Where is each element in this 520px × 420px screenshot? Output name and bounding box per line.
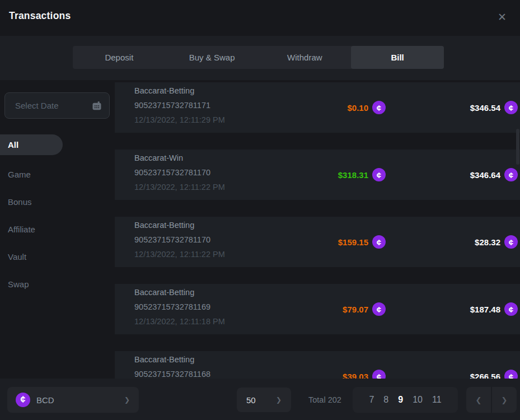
footer-bar: ¢ BCD ❯ 50 ❯ Total 202 7 8 9 10 11 ❮ ❯	[0, 379, 520, 420]
bcd-coin-icon: ¢	[504, 370, 518, 379]
chevron-left-icon: ❮	[476, 396, 482, 404]
tabs-band: Deposit Buy & Swap Withdraw Bill	[0, 36, 520, 80]
currency-label: BCD	[36, 395, 124, 405]
page-button-7[interactable]: 7	[369, 395, 374, 405]
chevron-right-icon: ❯	[502, 396, 508, 404]
page-size-selector[interactable]: 50 ❯	[237, 388, 291, 412]
bcd-coin-icon: ¢	[372, 370, 386, 379]
page-size-value: 50	[246, 395, 256, 405]
transaction-name: Baccarat-Betting	[134, 288, 194, 297]
table-row[interactable]: Baccarat-Betting 90523715732781169 12/13…	[115, 284, 520, 334]
pagination-nav: ❮ ❯	[466, 387, 517, 413]
page-button-8[interactable]: 8	[383, 395, 388, 405]
transaction-name: Baccarat-Betting	[134, 355, 194, 364]
transaction-id: 90523715732781168	[134, 370, 210, 379]
bcd-coin-icon: ¢	[372, 235, 386, 249]
currency-selector[interactable]: ¢ BCD ❯	[7, 387, 139, 413]
transaction-balance: $346.54 ¢	[470, 101, 518, 114]
scrollbar-thumb[interactable]	[516, 129, 519, 165]
transaction-amount: $159.15 ¢	[338, 235, 386, 249]
bcd-coin-icon: ¢	[16, 393, 30, 407]
table-row[interactable]: Baccarat-Betting 90523715732781170 12/13…	[115, 217, 520, 267]
transaction-balance: $28.32 ¢	[475, 235, 518, 249]
table-row[interactable]: Baccarat-Betting 90523715732781171 12/13…	[115, 82, 520, 133]
bcd-coin-icon: ¢	[504, 168, 518, 181]
page-button-11[interactable]: 11	[432, 395, 442, 405]
transaction-date: 12/13/2022, 12:11:22 PM	[134, 183, 225, 192]
transaction-amount: $318.31 ¢	[338, 168, 386, 181]
pagination: 7 8 9 10 11	[353, 387, 458, 413]
transaction-amount: $79.07 ¢	[343, 302, 386, 316]
table-row[interactable]: Baccarat-Betting 90523715732781168 $39.0…	[115, 351, 520, 379]
prev-page-button[interactable]: ❮	[466, 387, 491, 413]
tab-buy-swap[interactable]: Buy & Swap	[166, 46, 259, 69]
transaction-date: 12/13/2022, 12:11:18 PM	[134, 317, 225, 326]
total-count-label: Total 202	[308, 387, 341, 413]
tab-withdraw[interactable]: Withdraw	[259, 46, 352, 69]
next-page-button[interactable]: ❯	[492, 387, 517, 413]
transaction-balance: $266.56 ¢	[470, 370, 518, 379]
transaction-date: 12/13/2022, 12:11:22 PM	[134, 250, 225, 259]
transaction-id: 90523715732781170	[134, 235, 210, 244]
transaction-name: Baccarat-Betting	[134, 86, 194, 95]
bcd-coin-icon: ¢	[372, 101, 386, 114]
table-row[interactable]: Baccarat-Win 90523715732781170 12/13/202…	[115, 150, 520, 200]
transaction-name: Baccarat-Win	[134, 153, 183, 162]
bcd-coin-icon: ¢	[504, 101, 518, 114]
transaction-date: 12/13/2022, 12:11:29 PM	[134, 115, 225, 124]
transaction-amount: $0.10 ¢	[347, 101, 386, 114]
chevron-right-icon: ❯	[276, 396, 282, 404]
close-icon[interactable]: ✕	[494, 8, 510, 25]
page-button-10[interactable]: 10	[413, 395, 423, 405]
bcd-coin-icon: ¢	[372, 168, 386, 181]
transaction-list: Baccarat-Betting 90523715732781171 12/13…	[0, 80, 520, 379]
bcd-coin-icon: ¢	[504, 235, 518, 249]
page-title: Transactions	[9, 10, 71, 22]
chevron-right-icon: ❯	[124, 396, 130, 404]
tab-deposit[interactable]: Deposit	[73, 46, 166, 69]
transaction-balance: $346.64 ¢	[470, 168, 518, 181]
tab-bill[interactable]: Bill	[351, 46, 444, 69]
bcd-coin-icon: ¢	[372, 302, 386, 316]
transaction-id: 90523715732781171	[134, 101, 210, 110]
transaction-name: Baccarat-Betting	[134, 221, 194, 230]
page-button-9[interactable]: 9	[398, 395, 403, 405]
transaction-id: 90523715732781169	[134, 302, 210, 311]
transaction-amount: $39.03 ¢	[343, 370, 386, 379]
bcd-coin-icon: ¢	[504, 302, 518, 316]
transaction-balance: $187.48 ¢	[470, 302, 518, 316]
transaction-id: 90523715732781170	[134, 168, 210, 177]
tabs-strip: Deposit Buy & Swap Withdraw Bill	[73, 46, 444, 69]
modal-header	[0, 0, 520, 36]
